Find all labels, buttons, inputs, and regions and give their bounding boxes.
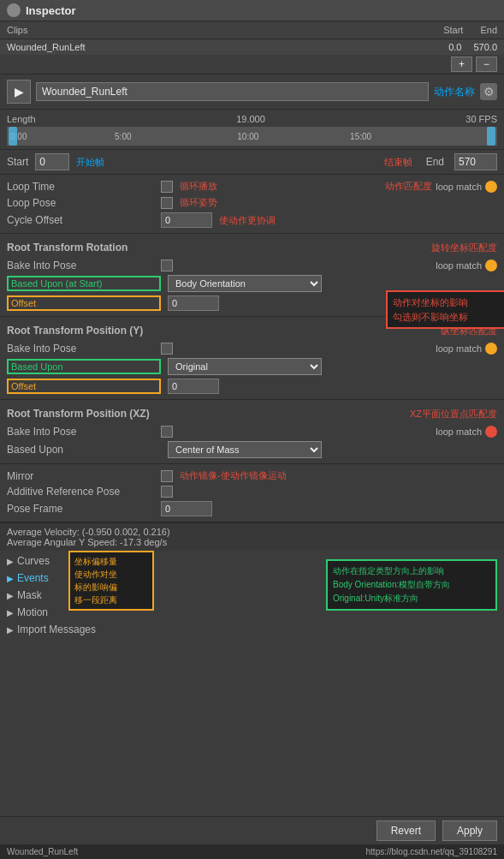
clips-start-label: Start [443,25,463,35]
velocity-line2: Average Angular Y Speed: -17.3 deg/s [7,537,497,547]
start-input[interactable] [35,153,69,170]
play-button[interactable]: ▶ [7,80,31,104]
mirror-checkbox[interactable] [161,470,173,482]
ann2-line2: Original:Unity标准方向 [333,594,418,603]
inspector-panel: Inspector Clips Start End Wounded_RunLef… [0,0,504,859]
footer-nav: ▶ Curves 坐标偏移量使动作对坐标的影响偏移一段距离 ▶ Events ▶… [0,551,504,640]
ann2-line1: Body Orientation:模型自带方向 [333,580,450,589]
animation-section: ▶ 动作名称 ⚙ [0,75,504,110]
body-orient-ann: 动作在指定类型方向上的影响 Body Orientation:模型自带方向 Or… [326,559,497,611]
inspector-icon [7,3,21,17]
root-rotation-based-row: Based Upon (at Start) Body Orientation O… [7,273,497,294]
mask-label: Mask [17,589,42,601]
end-label: End [426,156,444,168]
start-annotation: 开始帧 [76,156,104,169]
mirror-section: Mirror 动作镜像-使动作镜像运动 Additive Reference P… [0,464,504,522]
curves-arrow: ▶ [7,557,14,566]
root-pos-y-offset-input[interactable] [168,379,219,394]
additive-label: Additive Reference Pose [7,486,161,498]
root-rotation-based-label: Based Upon (at Start) [7,276,161,291]
root-pos-xz-bake-checkbox[interactable] [161,426,173,438]
additive-checkbox[interactable] [161,486,173,498]
clip-values: 0.0 570.0 [448,42,497,52]
playhead-end [487,127,495,146]
add-clip-button[interactable]: + [451,57,472,72]
ruler-15: 15:00 [350,132,371,141]
motion-arrow: ▶ [7,608,14,617]
end-input[interactable] [454,153,497,170]
root-pos-xz-loop: loop match [436,426,497,438]
nav-import[interactable]: ▶ Import Messages [0,621,504,638]
clip-row[interactable]: Wounded_RunLeft 0.0 570.0 [0,39,504,55]
cycle-offset-ann: 使动作更协调 [219,214,276,227]
events-label: Events [17,572,49,584]
mirror-label: Mirror [7,470,161,482]
clips-header: Clips Start End [0,21,504,39]
start-end-section: Start 开始帧 结束帧 End [0,150,504,175]
mirror-row: Mirror 动作镜像-使动作镜像运动 [7,468,497,484]
end-annotation: 结束帧 [384,156,412,169]
props-row: Length 19.000 30 FPS [7,113,497,125]
cycle-offset-label: Cycle Offset [7,214,161,226]
animation-name-input[interactable] [36,82,429,101]
root-pos-y-bake-checkbox[interactable] [161,343,173,355]
root-pos-xz-ann: XZ平面位置点匹配度 [410,408,497,421]
curves-ann: 坐标偏移量使动作对坐标的影响偏移一段距离 [68,551,154,611]
loop-time-section: Loop Time 循环播放 动作匹配度 loop match Loop Pos… [0,175,504,234]
root-rotation-bake-row: Bake Into Pose loop match [7,258,497,273]
root-pos-y-based-row: Based Upon Original Body Orientation [7,356,497,377]
root-pos-xz-header: Root Transform Position (XZ) XZ平面位置点匹配度 [7,403,497,424]
root-rotation-ann: 旋转坐标匹配度 [431,242,497,254]
animation-name-annotation: 动作名称 [434,85,475,99]
root-rotation-offset-label: Offset [7,295,161,311]
root-position-y-section: Root Transform Position (Y) 纵坐标匹配度 Bake … [0,317,504,400]
root-rotation-bake-checkbox[interactable] [161,259,173,271]
loop-time-label: Loop Time [7,181,161,193]
gear-button[interactable]: ⚙ [480,83,497,100]
clips-end-label: End [480,25,497,35]
root-pos-y-offset-row: Offset [7,377,497,396]
length-label: Length [7,114,36,124]
root-pos-y-based-select[interactable]: Original Body Orientation [168,358,322,375]
footer-url: https://blog.csdn.net/qq_39108291 [366,847,497,856]
loop-pose-ann: 循环姿势 [180,196,217,209]
root-pos-y-offset-label: Offset [7,379,161,394]
events-arrow: ▶ [7,574,14,583]
revert-button[interactable]: Revert [377,820,436,841]
root-pos-xz-based-label: Based Upon [7,444,161,456]
pose-frame-input[interactable] [161,501,212,516]
cycle-offset-input[interactable] [161,212,212,228]
ruler-10: 10:00 [237,132,258,141]
loop-pose-checkbox[interactable] [161,197,173,209]
motion-label: Motion [17,606,48,618]
loop-pose-label: Loop Pose [7,197,161,209]
root-rotation-offset-input[interactable] [168,295,219,311]
root-pos-y-loop: loop match [436,343,497,355]
ann2-title: 动作在指定类型方向上的影响 [333,566,444,576]
mask-arrow: ▶ [7,591,14,600]
root-position-xz-section: Root Transform Position (XZ) XZ平面位置点匹配度 … [0,400,504,464]
loop-dot-yellow [485,181,497,193]
additive-row: Additive Reference Pose [7,484,497,499]
mirror-ann: 动作镜像-使动作镜像运动 [180,469,287,482]
root-rotation-dot [485,259,497,271]
playhead-start [9,127,17,146]
clips-start-end: Start End [443,25,497,35]
root-rotation-section: Root Transform Rotation 旋转坐标匹配度 Bake Int… [0,234,504,317]
rotation-red-ann: 动作对坐标的影响勾选则不影响坐标 [386,290,504,329]
cycle-offset-row: Cycle Offset 使动作更协调 [7,211,497,230]
clips-label: Clips [7,25,443,35]
remove-clip-button[interactable]: − [476,57,497,72]
apply-button[interactable]: Apply [442,820,497,841]
pose-frame-label: Pose Frame [7,503,161,515]
root-rotation-based-select[interactable]: Body Orientation Original [168,275,322,292]
root-pos-xz-based-select[interactable]: Center of Mass Original [168,441,322,458]
ruler-5: 5:00 [115,132,131,141]
loop-time-checkbox[interactable] [161,181,173,193]
root-pos-y-loop-label: loop match [436,343,482,354]
root-pos-xz-title: Root Transform Position (XZ) [7,405,161,422]
root-pos-xz-bake: Bake Into Pose loop match [7,424,497,439]
footer-filename: Wounded_RunLeft [7,847,78,856]
timeline-ruler: 0:00 5:00 10:00 15:00 [7,127,497,146]
root-pos-xz-loop-label: loop match [436,427,482,437]
